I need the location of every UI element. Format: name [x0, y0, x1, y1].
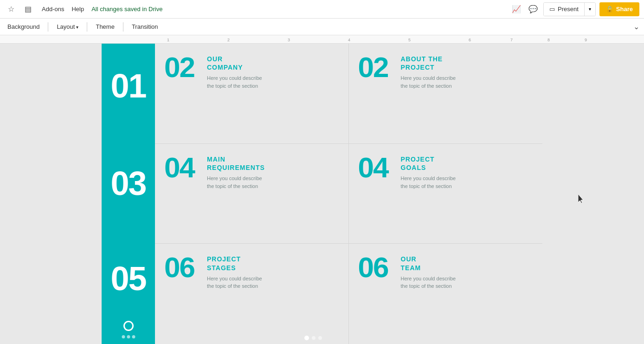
background-menu-item[interactable]: Background [5, 21, 42, 32]
ruler-mark-2: 2 [227, 38, 230, 42]
ruler-mark-3: 3 [288, 38, 290, 42]
toolbar-right: 📈 💬 ▭ Present ▾ 🔒 Share [510, 2, 639, 16]
teal-sidebar-bar: 01 03 05 [102, 44, 155, 344]
section-content-04: PROJECTGOALS Here you could describethe … [401, 153, 456, 190]
nav-dot-active[interactable] [304, 336, 309, 340]
comments-icon[interactable]: 💬 [527, 3, 540, 16]
section-desc-02: Here you could describethe topic of the … [401, 74, 456, 90]
main-area: 01 03 05 02 OURCOMPANY Here y [0, 44, 644, 344]
nav-dot-3[interactable] [318, 336, 322, 340]
separator-2 [87, 22, 87, 32]
section-content-03: MAINREQUIREMENTS Here you could describe… [207, 153, 265, 190]
bar-number-03: 03 [102, 167, 155, 200]
separator-1 [48, 22, 48, 32]
section-content-05: PROJECTSTAGES Here you could describethe… [207, 253, 262, 290]
present-dropdown-arrow[interactable]: ▾ [584, 3, 595, 16]
ruler-mark-1: 1 [167, 38, 169, 42]
section-cell-03: 04 MAINREQUIREMENTS Here you could descr… [155, 144, 349, 244]
section-title-02: ABOUT THEPROJECT [401, 55, 456, 71]
bar-dot-3 [132, 335, 135, 338]
section-desc-01: Here you could describethe topic of the … [207, 74, 262, 90]
slide-navigation-dots [304, 336, 322, 340]
help-menu[interactable]: Help [71, 6, 84, 13]
ruler-mark-5: 5 [408, 38, 411, 42]
ruler-mark-6: 6 [469, 38, 471, 42]
bar-dots-decoration [122, 335, 135, 338]
present-monitor-icon: ▭ [549, 6, 555, 13]
section-desc-03: Here you could describethe topic of the … [207, 175, 265, 190]
folder-icon[interactable]: ▤ [21, 3, 34, 16]
section-number-02: 02 [358, 53, 395, 82]
section-title-06: OURTEAM [401, 255, 456, 272]
format-toolbar: Background Layout Theme Transition ⌄ [0, 19, 644, 35]
section-title-04: PROJECTGOALS [401, 155, 456, 172]
section-content-01: OURCOMPANY Here you could describethe to… [207, 53, 262, 90]
section-cell-04: 04 PROJECTGOALS Here you could describet… [349, 144, 543, 244]
section-content-06: OURTEAM Here you could describethe topic… [401, 253, 456, 290]
transition-menu-item[interactable]: Transition [129, 21, 161, 32]
ruler-mark-8: 8 [547, 38, 550, 42]
ruler-mark-4: 4 [348, 38, 350, 42]
star-icon[interactable]: ☆ [5, 3, 18, 16]
nav-dot-2[interactable] [312, 336, 316, 340]
present-button-group: ▭ Present ▾ [543, 2, 596, 16]
slide-canvas[interactable]: 01 03 05 02 OURCOMPANY Here y [102, 44, 542, 344]
bar-number-05: 05 [102, 262, 155, 295]
section-desc-06: Here you could describethe topic of the … [401, 275, 456, 290]
section-number-01: 02 [164, 53, 201, 82]
toolbar-icons: ☆ ▤ [5, 3, 34, 16]
bar-number-01: 01 [102, 69, 155, 103]
section-title-01: OURCOMPANY [207, 55, 262, 71]
theme-menu-item[interactable]: Theme [93, 21, 117, 32]
section-number-05: 06 [164, 253, 201, 282]
separator-3 [123, 22, 123, 32]
section-cell-01: 02 OURCOMPANY Here you could describethe… [155, 44, 349, 144]
addons-menu[interactable]: Add-ons [42, 6, 64, 13]
section-cell-05: 06 PROJECTSTAGES Here you could describe… [155, 244, 349, 344]
expand-icon[interactable]: ⌄ [633, 22, 639, 31]
section-cell-02: 02 ABOUT THEPROJECT Here you could descr… [349, 44, 543, 144]
ruler-mark-7: 7 [510, 38, 513, 42]
section-desc-04: Here you could describethe topic of the … [401, 175, 456, 190]
save-status: All changes saved in Drive [91, 6, 162, 13]
section-desc-05: Here you could describethe topic of the … [207, 275, 262, 290]
slide-area: 01 03 05 02 OURCOMPANY Here y [0, 44, 644, 344]
menu-nav: Add-ons Help All changes saved in Drive [42, 6, 162, 13]
share-button[interactable]: 🔒 Share [599, 2, 639, 16]
layout-menu-item[interactable]: Layout [54, 21, 81, 32]
ruler-mark-9: 9 [585, 38, 587, 42]
bar-circle-decoration [123, 321, 134, 331]
section-title-03: MAINREQUIREMENTS [207, 155, 265, 172]
sections-grid: 02 OURCOMPANY Here you could describethe… [155, 44, 542, 344]
lock-icon: 🔒 [606, 6, 613, 13]
section-number-06: 06 [358, 253, 395, 282]
toolbar-left: ☆ ▤ Add-ons Help All changes saved in Dr… [5, 3, 162, 16]
bar-dot-2 [127, 335, 130, 338]
section-number-03: 04 [164, 153, 201, 182]
analytics-icon[interactable]: 📈 [510, 3, 523, 16]
bar-dot-1 [122, 335, 125, 338]
section-number-04: 04 [358, 153, 395, 182]
present-button[interactable]: ▭ Present [544, 3, 584, 16]
ruler: 1 2 3 4 5 6 7 8 9 [0, 35, 644, 44]
section-title-05: PROJECTSTAGES [207, 255, 262, 272]
section-cell-06: 06 OURTEAM Here you could describethe to… [349, 244, 543, 344]
cursor-indicator [578, 194, 586, 206]
section-content-02: ABOUT THEPROJECT Here you could describe… [401, 53, 456, 90]
top-toolbar: ☆ ▤ Add-ons Help All changes saved in Dr… [0, 0, 644, 19]
